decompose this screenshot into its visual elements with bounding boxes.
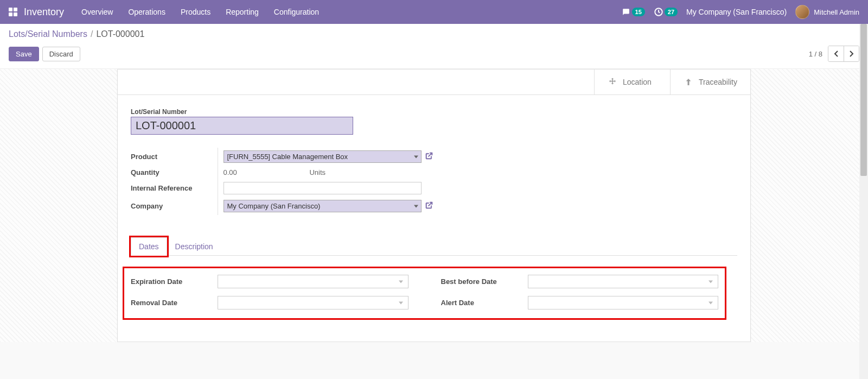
breadcrumb: Lots/Serial Numbers / LOT-000001	[9, 29, 859, 39]
internal-reference-input[interactable]	[224, 182, 422, 194]
chevron-right-icon	[850, 50, 854, 57]
tab-bar: Dates Description	[131, 237, 737, 256]
pager-next[interactable]	[844, 46, 859, 61]
nav-menu: Overview Operations Products Reporting C…	[81, 8, 319, 16]
scrollbar[interactable]	[859, 24, 868, 342]
nav-configuration[interactable]: Configuration	[274, 8, 319, 16]
alert-date-label: Alert Date	[441, 299, 528, 307]
quantity-value: 0.00	[224, 168, 237, 176]
form-sheet: Location Traceability Lot/Serial Number …	[117, 69, 751, 342]
user-menu[interactable]: Mitchell Admin	[795, 5, 859, 19]
nav-overview[interactable]: Overview	[81, 8, 113, 16]
best-before-date-input[interactable]	[528, 275, 719, 288]
nav-products[interactable]: Products	[181, 8, 210, 16]
traceability-label: Traceability	[699, 78, 737, 86]
pager-prev[interactable]	[828, 46, 844, 61]
pager: 1 / 8	[809, 46, 859, 62]
lot-number-label: Lot/Serial Number	[131, 108, 737, 116]
quantity-unit: Units	[309, 168, 326, 176]
dropdown-caret-icon	[399, 280, 403, 283]
alert-date-input[interactable]	[528, 296, 719, 309]
message-count: 15	[632, 8, 645, 16]
lot-number-input[interactable]	[131, 117, 353, 135]
control-bar: Lots/Serial Numbers / LOT-000001 Save Di…	[0, 24, 868, 69]
removal-date-input[interactable]	[218, 296, 409, 309]
nav-reporting[interactable]: Reporting	[226, 8, 259, 16]
product-input[interactable]	[224, 150, 422, 163]
breadcrumb-parent[interactable]: Lots/Serial Numbers	[9, 29, 87, 39]
scrollbar-thumb[interactable]	[860, 24, 867, 176]
pager-text[interactable]: 1 / 8	[809, 50, 822, 58]
product-external-link[interactable]	[425, 151, 433, 162]
breadcrumb-current: LOT-000001	[96, 29, 144, 39]
quantity-label: Quantity	[131, 166, 218, 179]
tab-description[interactable]: Description	[167, 237, 221, 256]
dropdown-caret-icon	[709, 280, 713, 283]
dropdown-caret-icon	[399, 301, 403, 304]
chevron-left-icon	[834, 50, 838, 57]
traceability-stat-button[interactable]: Traceability	[670, 70, 750, 94]
company-external-link[interactable]	[425, 201, 433, 211]
breadcrumb-separator: /	[91, 29, 93, 39]
user-name: Mitchell Admin	[814, 8, 859, 16]
company-label: Company	[131, 197, 218, 215]
chat-icon	[621, 8, 631, 16]
expiration-date-label: Expiration Date	[131, 277, 218, 286]
top-navbar: Inventory Overview Operations Products R…	[0, 0, 868, 24]
external-link-icon	[425, 201, 433, 210]
tab-dates[interactable]: Dates	[131, 237, 167, 256]
product-label: Product	[131, 148, 218, 166]
apps-icon[interactable]	[9, 8, 17, 16]
activity-count: 27	[665, 8, 678, 16]
save-button[interactable]: Save	[9, 47, 39, 61]
removal-date-label: Removal Date	[131, 299, 218, 307]
dropdown-caret-icon	[414, 155, 418, 158]
location-stat-button[interactable]: Location	[594, 70, 670, 94]
clock-icon	[654, 7, 663, 17]
move-icon	[608, 77, 617, 87]
avatar	[795, 5, 809, 19]
messaging-button[interactable]: 15	[621, 8, 645, 16]
expiration-date-input[interactable]	[218, 275, 409, 288]
dropdown-caret-icon	[709, 301, 713, 304]
external-link-icon	[425, 151, 433, 160]
discard-button[interactable]: Discard	[42, 47, 80, 61]
arrow-up-icon	[684, 77, 693, 87]
dropdown-caret-icon	[414, 205, 418, 207]
tab-content-dates: Expiration Date Removal Date	[131, 256, 737, 325]
activity-button[interactable]: 27	[654, 7, 678, 17]
company-switcher[interactable]: My Company (San Francisco)	[686, 8, 787, 16]
internal-reference-label: Internal Reference	[131, 179, 218, 197]
location-label: Location	[623, 78, 652, 86]
best-before-date-label: Best before Date	[441, 277, 528, 286]
company-input[interactable]	[224, 200, 422, 212]
app-title[interactable]: Inventory	[24, 7, 64, 18]
nav-operations[interactable]: Operations	[128, 8, 165, 16]
